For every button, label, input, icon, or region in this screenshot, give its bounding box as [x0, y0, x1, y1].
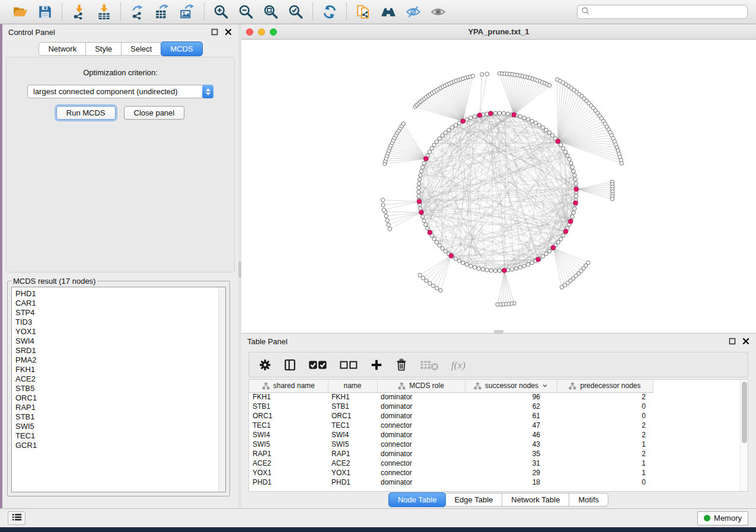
run-mcds-button[interactable]: Run MCDS — [56, 106, 116, 120]
table-cell[interactable]: connector — [377, 459, 465, 468]
mcds-result-item[interactable]: PMA2 — [15, 355, 225, 365]
table-cell[interactable]: dominator — [377, 392, 465, 402]
save-button[interactable] — [34, 2, 56, 22]
table-row[interactable]: SWI5SWI5connector431 — [249, 440, 653, 449]
table-cell[interactable]: 2 — [557, 430, 653, 440]
mcds-result-item[interactable]: STB5 — [15, 384, 225, 393]
table-cell[interactable]: connector — [377, 421, 465, 430]
table-cell[interactable]: TEC1 — [328, 421, 377, 430]
mcds-result-item[interactable]: CAR1 — [15, 299, 225, 308]
close-table-panel-button[interactable] — [742, 338, 750, 345]
gear-button[interactable] — [259, 358, 272, 371]
table-row[interactable]: SWI4SWI4dominator462 — [249, 430, 653, 440]
mcds-result-item[interactable]: TID3 — [15, 318, 225, 327]
close-panel-button[interactable]: Close panel — [124, 106, 185, 120]
mcds-result-item[interactable]: STB1 — [15, 412, 225, 422]
table-tab-edge-table[interactable]: Edge Table — [445, 493, 502, 507]
table-cell[interactable]: SWI4 — [249, 430, 328, 440]
mcds-result-item[interactable]: ORC1 — [15, 393, 225, 403]
tab-network[interactable]: Network — [39, 42, 86, 56]
table-cell[interactable]: RAP1 — [249, 449, 328, 459]
float-table-panel-button[interactable] — [729, 338, 736, 345]
export-network-button[interactable] — [127, 2, 148, 22]
column-header-name[interactable]: name — [328, 380, 377, 392]
table-tab-motifs[interactable]: Motifs — [569, 493, 608, 507]
table-cell[interactable]: 46 — [465, 430, 557, 440]
table-cell[interactable]: 61 — [465, 411, 557, 421]
search-input[interactable] — [590, 6, 744, 18]
table-cell[interactable]: 35 — [465, 449, 557, 459]
table-cell[interactable]: ORC1 — [328, 411, 377, 421]
network-window-titlebar[interactable]: YPA_prune.txt_1 — [241, 24, 756, 40]
table-row[interactable]: STB1STB1dominator620 — [249, 402, 653, 411]
table-row[interactable]: PHD1PHD1dominator180 — [249, 477, 653, 487]
mcds-result-item[interactable]: ACE2 — [15, 374, 225, 384]
table-cell[interactable]: 2 — [557, 421, 653, 430]
task-history-button[interactable] — [8, 511, 25, 525]
column-header-successor-nodes[interactable]: successor nodes — [465, 380, 557, 392]
table-cell[interactable]: 62 — [465, 402, 557, 411]
refresh-button[interactable] — [319, 2, 340, 22]
mcds-result-item[interactable]: YOX1 — [15, 327, 225, 336]
table-cell[interactable]: STB1 — [328, 402, 377, 411]
hide-panels-button[interactable] — [403, 2, 424, 22]
close-panel-icon-button[interactable] — [225, 28, 232, 36]
table-cell[interactable]: 47 — [465, 421, 557, 430]
float-panel-button[interactable] — [211, 28, 219, 36]
import-network-button[interactable] — [68, 2, 90, 22]
table-cell[interactable]: ACE2 — [249, 459, 328, 468]
table-cell[interactable]: 29 — [465, 468, 557, 477]
network-canvas[interactable] — [241, 40, 756, 333]
table-row[interactable]: YOX1YOX1connector291 — [249, 468, 653, 477]
table-row[interactable]: ORC1ORC1dominator610 — [249, 411, 653, 421]
table-cell[interactable]: 1 — [557, 468, 653, 477]
delete-button[interactable] — [395, 358, 408, 371]
table-cell[interactable]: 0 — [557, 477, 653, 487]
tab-style[interactable]: Style — [86, 42, 122, 56]
table-cell[interactable]: STB1 — [249, 402, 328, 411]
mcds-result-list[interactable]: PHD1CAR1STP4TID3YOX1SWI4SRD1PMA2FKH1ACE2… — [11, 287, 226, 492]
clone-network-button[interactable] — [353, 2, 374, 22]
zoom-in-button[interactable] — [210, 2, 232, 22]
export-image-button[interactable] — [177, 2, 198, 22]
tab-mcds[interactable]: MCDS — [161, 41, 202, 56]
table-cell[interactable]: 2 — [557, 392, 653, 402]
table-cell[interactable]: YOX1 — [249, 468, 328, 477]
mcds-result-item[interactable]: STP4 — [15, 308, 225, 318]
table-cell[interactable]: PHD1 — [249, 477, 328, 487]
table-cell[interactable]: FKH1 — [328, 392, 377, 402]
table-cell[interactable]: YOX1 — [328, 468, 377, 477]
zoom-selected-button[interactable] — [285, 2, 307, 22]
mcds-result-scrollbar[interactable] — [218, 287, 225, 492]
deselect-all-button[interactable] — [339, 358, 358, 371]
column-header-predecessor-nodes[interactable]: predecessor nodes — [557, 380, 653, 392]
table-cell[interactable]: ACE2 — [328, 459, 377, 468]
search-box[interactable] — [577, 5, 748, 19]
table-cell[interactable]: dominator — [377, 430, 465, 440]
table-cell[interactable]: SWI5 — [328, 440, 377, 449]
table-cell[interactable]: RAP1 — [328, 449, 377, 459]
mcds-result-item[interactable]: GCR1 — [15, 441, 225, 450]
table-cell[interactable]: 31 — [465, 459, 557, 468]
table-scrollbar-thumb[interactable] — [742, 382, 747, 443]
add-button[interactable] — [370, 358, 383, 371]
export-table-button[interactable] — [152, 2, 173, 22]
horizontal-splitter-grip[interactable] — [494, 330, 503, 334]
mcds-result-item[interactable]: SWI4 — [15, 336, 225, 346]
table-cell[interactable]: connector — [377, 440, 465, 449]
table-tab-node-table[interactable]: Node Table — [388, 492, 446, 507]
mcds-result-item[interactable]: FKH1 — [15, 365, 225, 374]
show-panels-button[interactable] — [428, 2, 449, 22]
memory-button[interactable]: Memory — [697, 511, 748, 525]
table-cell[interactable]: dominator — [377, 411, 465, 421]
table-cell[interactable]: ORC1 — [249, 411, 328, 421]
search-network-button[interactable] — [378, 2, 399, 22]
table-cell[interactable]: SWI4 — [328, 430, 377, 440]
network-graph[interactable] — [241, 40, 756, 333]
mcds-result-item[interactable]: PHD1 — [15, 289, 225, 299]
table-cell[interactable]: 0 — [557, 402, 653, 411]
table-cell[interactable]: PHD1 — [328, 477, 377, 487]
table-cell[interactable]: FKH1 — [249, 392, 328, 402]
table-scrollbar[interactable] — [740, 380, 748, 491]
table-cell[interactable]: dominator — [377, 449, 465, 459]
